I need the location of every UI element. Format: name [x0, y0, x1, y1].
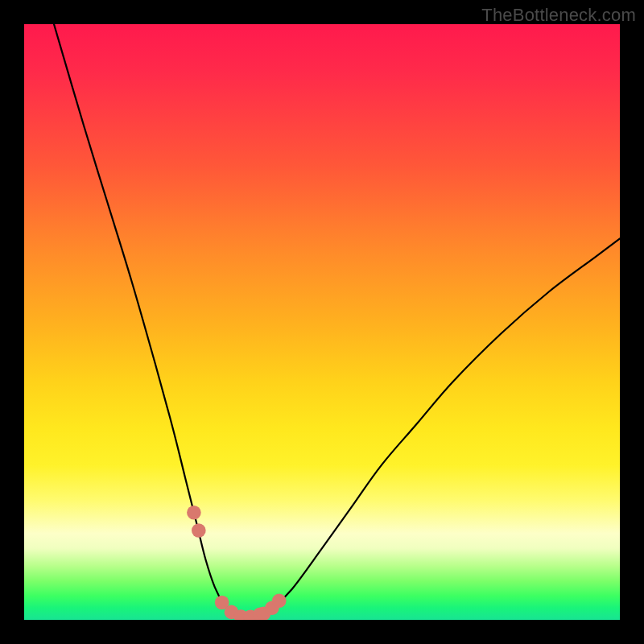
plot-area	[24, 24, 620, 620]
curve-layer	[24, 24, 620, 620]
bottleneck-curve	[54, 24, 620, 617]
watermark-text: TheBottleneck.com	[481, 5, 636, 26]
curve-marker	[272, 594, 287, 609]
curve-marker	[187, 506, 201, 520]
chart-frame: TheBottleneck.com	[0, 0, 644, 644]
curve-marker	[192, 523, 206, 538]
marker-group	[187, 506, 286, 620]
